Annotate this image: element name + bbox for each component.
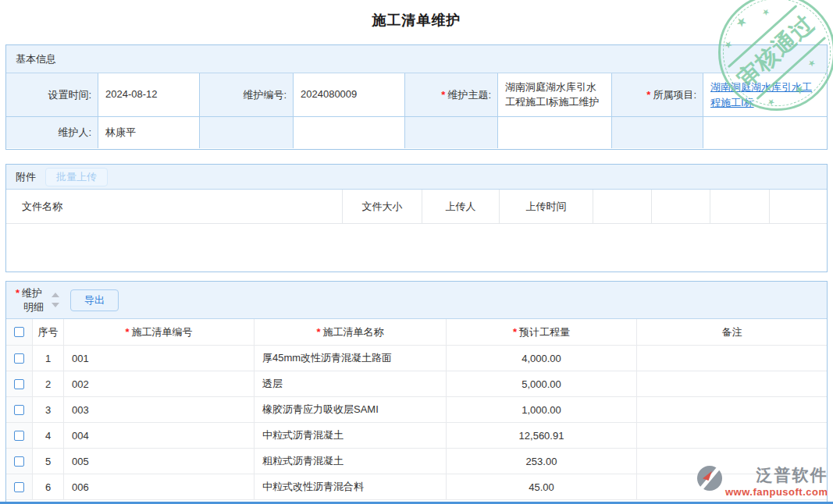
col-file-size: 文件大小 <box>343 190 422 224</box>
col-file-name: 文件名称 <box>6 190 343 224</box>
col-empty <box>593 190 652 224</box>
row-no: 3 <box>33 397 64 423</box>
empty-value-cell <box>703 117 827 148</box>
table-row: 3 003 橡胶沥青应力吸收层SAMI 1,000.00 <box>6 397 827 423</box>
row-qty: 12,560.91 <box>447 423 637 449</box>
row-checkbox[interactable] <box>14 405 24 415</box>
basic-info-grid: 设置时间: 2024-08-12 维护编号: 2024080009 * 维护主题… <box>6 73 827 148</box>
project-label: * 所属项目: <box>612 73 703 117</box>
attachments-table-header: 文件名称 文件大小 上传人 上传时间 <box>6 190 827 224</box>
row-no: 4 <box>33 423 64 449</box>
row-qty: 1,000.00 <box>447 397 637 423</box>
maintain-no-value: 2024080009 <box>294 73 405 117</box>
col-code: * 施工清单编号 <box>64 319 255 346</box>
empty-label-cell <box>405 117 498 148</box>
col-no: 序号 <box>33 319 64 346</box>
basic-info-panel: 基本信息 设置时间: 2024-08-12 维护编号: 2024080009 *… <box>5 44 828 150</box>
subject-value: 湖南洞庭湖水库引水工程施工I标施工维护 <box>498 73 612 117</box>
row-code: 005 <box>64 449 255 474</box>
row-code: 004 <box>64 423 255 449</box>
col-qty: * 预计工程量 <box>447 319 637 346</box>
select-all-checkbox[interactable] <box>14 327 24 337</box>
detail-table-header: 序号 * 施工清单编号 * 施工清单名称 * 预计工程量 备注 <box>6 319 827 346</box>
row-checkbox[interactable] <box>14 431 24 441</box>
required-mark: * <box>646 89 650 101</box>
row-no: 5 <box>33 449 64 474</box>
project-value: 湖南洞庭湖水库引水工程施工I标 <box>703 73 827 117</box>
col-note: 备注 <box>637 319 827 346</box>
collapse-spinner[interactable] <box>52 293 59 307</box>
basic-info-section-title: 基本信息 <box>16 52 56 66</box>
empty-value-cell <box>498 117 612 148</box>
table-row: 4 004 中粒式沥青混凝土 12,560.91 <box>6 423 827 449</box>
row-note <box>637 397 827 423</box>
required-mark: * <box>125 326 129 338</box>
row-checkbox[interactable] <box>14 456 24 467</box>
detail-section-header: *维护 明细 导出 <box>6 282 827 319</box>
row-checkbox[interactable] <box>14 379 24 389</box>
row-name: 粗粒式沥青混凝土 <box>255 449 447 474</box>
maintain-no-label: 维护编号: <box>200 73 294 117</box>
table-row: 1 001 厚45mm改性沥青混凝土路面 4,000.00 <box>6 346 827 371</box>
maintainer-label: 维护人: <box>6 117 98 148</box>
set-time-label: 设置时间: <box>6 73 98 117</box>
col-empty <box>770 190 827 224</box>
project-link[interactable]: 湖南洞庭湖水库引水工程施工I标 <box>710 80 820 110</box>
attachments-section-title: 附件 <box>16 170 36 184</box>
row-name: 中粒式沥青混凝土 <box>255 423 447 449</box>
row-checkbox[interactable] <box>14 482 24 492</box>
row-checkbox[interactable] <box>14 353 24 364</box>
row-no: 6 <box>33 474 64 500</box>
detail-section-title: *维护 明细 <box>16 286 44 314</box>
attachments-empty-body <box>6 224 827 271</box>
chevron-down-icon[interactable] <box>52 303 59 307</box>
row-note <box>637 346 827 371</box>
batch-upload-button[interactable]: 批量上传 <box>45 168 108 186</box>
basic-info-section-header: 基本信息 <box>6 45 827 73</box>
fanpu-logo-icon <box>697 466 722 491</box>
row-name: 橡胶沥青应力吸收层SAMI <box>255 397 447 423</box>
row-code: 003 <box>64 397 255 423</box>
page-title: 施工清单维护 <box>0 11 833 30</box>
subject-label: * 维护主题: <box>405 73 498 117</box>
page: { "page": { "title": "施工清单维护", "required… <box>0 0 833 504</box>
row-name: 中粒式改性沥青混合料 <box>255 474 447 500</box>
empty-label-cell <box>612 117 703 148</box>
row-code: 002 <box>64 371 255 397</box>
empty-value-cell <box>294 117 405 148</box>
select-all-cell <box>6 319 33 346</box>
col-empty <box>710 190 770 224</box>
chevron-up-icon[interactable] <box>52 293 59 297</box>
set-time-value: 2024-08-12 <box>98 73 200 117</box>
row-code: 006 <box>64 474 255 500</box>
required-mark: * <box>441 89 445 101</box>
row-qty: 4,000.00 <box>447 346 637 371</box>
attachments-section-header: 附件 批量上传 <box>6 165 827 190</box>
required-mark: * <box>316 326 320 338</box>
attachments-panel: 附件 批量上传 文件名称 文件大小 上传人 上传时间 <box>5 164 828 272</box>
brand-name: 泛普软件 <box>756 464 828 486</box>
required-mark: * <box>16 287 20 299</box>
row-note <box>637 423 827 449</box>
col-empty <box>652 190 710 224</box>
brand-watermark: 泛普软件 www.fanpusoft.com <box>697 464 828 498</box>
row-qty: 5,000.00 <box>447 371 637 397</box>
row-no: 1 <box>33 346 64 371</box>
row-note <box>637 371 827 397</box>
row-qty: 253.00 <box>447 449 637 474</box>
export-button[interactable]: 导出 <box>70 289 119 311</box>
brand-url: www.fanpusoft.com <box>725 486 828 498</box>
empty-label-cell <box>200 117 294 148</box>
row-no: 2 <box>33 371 64 397</box>
required-mark: * <box>513 326 517 338</box>
maintainer-value: 林康平 <box>98 117 200 148</box>
row-qty: 45.00 <box>447 474 637 500</box>
table-row: 2 002 透层 5,000.00 <box>6 371 827 397</box>
row-code: 001 <box>64 346 255 371</box>
col-upload-time: 上传时间 <box>500 190 593 224</box>
row-name: 透层 <box>255 371 447 397</box>
col-uploader: 上传人 <box>422 190 500 224</box>
col-name: * 施工清单名称 <box>255 319 447 346</box>
row-name: 厚45mm改性沥青混凝土路面 <box>255 346 447 371</box>
